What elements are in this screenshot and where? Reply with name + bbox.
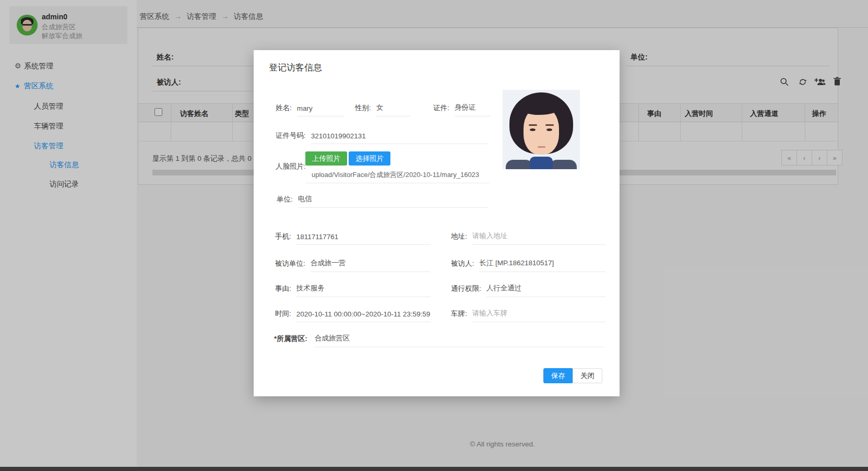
face-photo-label: 人脸照片: bbox=[276, 162, 306, 171]
visited-person-label: 被访人: bbox=[451, 259, 474, 272]
reason-field: 事由: 技术服务 bbox=[275, 281, 431, 297]
id-type-select[interactable]: 身份证 bbox=[455, 103, 491, 116]
id-number-label: 证件号码: bbox=[276, 131, 306, 144]
camp-area-label: *所属营区: bbox=[274, 334, 307, 347]
reason-input[interactable]: 技术服务 bbox=[296, 284, 431, 297]
name-label: 姓名: bbox=[276, 103, 292, 116]
unit-field: 单位: 电信 bbox=[277, 192, 489, 208]
permission-label: 通行权限: bbox=[451, 284, 481, 297]
address-label: 地址: bbox=[451, 232, 467, 245]
address-input[interactable]: 请输入地址 bbox=[472, 231, 605, 245]
id-type-field: 证件: 身份证 bbox=[433, 101, 491, 116]
visited-person-input[interactable]: 长江 [MP.18621810517] bbox=[479, 258, 605, 272]
face-photo-path: upload/VisitorFace/合成旅营区/2020-10-11/mary… bbox=[305, 170, 489, 183]
photo-eye-left bbox=[530, 128, 536, 131]
unit-label: 单位: bbox=[277, 195, 293, 208]
close-button[interactable]: 关闭 bbox=[573, 368, 602, 383]
time-field: 时间: 2020-10-11 00:00:00~2020-10-11 23:59… bbox=[275, 307, 431, 322]
gender-input[interactable]: 女 bbox=[376, 103, 410, 116]
photo-mouth bbox=[538, 146, 545, 148]
phone-field: 手机: 18117117761 bbox=[275, 229, 431, 245]
id-type-label: 证件: bbox=[433, 103, 449, 116]
gender-field: 性别: 女 bbox=[355, 101, 410, 116]
select-photo-button[interactable]: 选择照片 bbox=[349, 151, 390, 166]
camp-area-select[interactable]: 合成旅营区 bbox=[315, 334, 604, 347]
unit-input[interactable]: 电信 bbox=[298, 194, 489, 208]
upload-photo-button[interactable]: 上传照片 bbox=[305, 151, 347, 166]
photo-brow-left bbox=[529, 124, 537, 126]
photo-brow-right bbox=[545, 124, 554, 126]
permission-select[interactable]: 人行全通过 bbox=[486, 284, 605, 297]
photo-collar bbox=[530, 157, 553, 169]
address-field: 地址: 请输入地址 bbox=[451, 229, 605, 245]
bottom-bar bbox=[0, 467, 868, 471]
id-number-field: 证件号码: 32101019902131 bbox=[276, 128, 489, 144]
time-input[interactable]: 2020-10-11 00:00:00~2020-10-11 23:59:59 bbox=[296, 310, 431, 322]
camp-area-field: *所属营区: 合成旅营区 bbox=[274, 332, 604, 347]
visited-unit-input[interactable]: 合成旅一营 bbox=[311, 258, 431, 272]
gender-label: 性别: bbox=[355, 103, 371, 116]
modal-title: 登记访客信息 bbox=[269, 62, 322, 74]
name-field: 姓名: mary bbox=[276, 101, 344, 116]
save-button[interactable]: 保存 bbox=[543, 368, 573, 383]
time-label: 时间: bbox=[275, 309, 291, 322]
name-input[interactable]: mary bbox=[297, 104, 344, 116]
plate-label: 车牌: bbox=[451, 309, 467, 322]
permission-field: 通行权限: 人行全通过 bbox=[451, 281, 605, 297]
visited-person-field: 被访人: 长江 [MP.18621810517] bbox=[451, 256, 605, 272]
app-window: admin0 合成旅营区 解放军合成旅 ⚙系统管理 ★营区系统 人员管理 车辆管… bbox=[0, 0, 868, 471]
plate-field: 车牌: 请输入车牌 bbox=[451, 307, 605, 322]
photo-shoulder-left bbox=[506, 160, 533, 169]
plate-input[interactable]: 请输入车牌 bbox=[472, 309, 605, 322]
photo-shoulder-right bbox=[550, 160, 577, 169]
reason-label: 事由: bbox=[275, 284, 291, 297]
photo-eye-right bbox=[546, 128, 552, 131]
register-visitor-modal: 登记访客信息 姓名: mary 性别: 女 证件: 身份证 证件号码: 3210… bbox=[254, 50, 620, 396]
phone-input[interactable]: 18117117761 bbox=[296, 233, 431, 245]
phone-label: 手机: bbox=[275, 232, 291, 245]
visited-unit-label: 被访单位: bbox=[275, 259, 305, 272]
visited-unit-field: 被访单位: 合成旅一营 bbox=[275, 256, 431, 272]
visitor-photo bbox=[503, 90, 580, 169]
id-number-input[interactable]: 32101019902131 bbox=[311, 132, 489, 144]
